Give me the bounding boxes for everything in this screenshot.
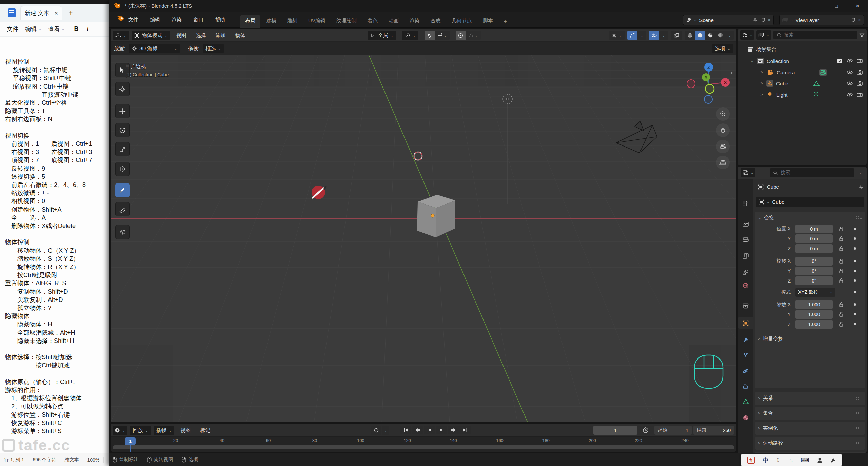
tab-world[interactable] [738,280,753,291]
snap-to-selector[interactable]: ⌄ [435,31,450,40]
rotation-mode-dropdown[interactable]: XYZ 欧拉⌄ [795,288,835,297]
tab-particles[interactable] [738,349,753,361]
animate-dot[interactable] [854,247,856,250]
gizmos-toggle[interactable] [627,31,637,40]
outliner-row-scene-collection[interactable]: 场景集合 [738,44,867,54]
breadcrumb-object-name[interactable]: Cube [767,184,779,190]
add-workspace-button[interactable]: + [499,16,512,28]
tab-uv-editing[interactable]: UV编辑 [303,15,331,28]
lock-icon[interactable] [839,268,844,273]
render-visibility-icon[interactable] [857,92,863,97]
italic-button[interactable]: I [86,25,88,33]
keying-menu[interactable]: 插帧⌄ [154,426,174,435]
tab-scene[interactable] [738,266,753,278]
transform-panel-header[interactable]: ⌄ 变换 [755,212,865,224]
light-object[interactable] [503,94,512,204]
outliner-search[interactable]: 搜索 [773,31,857,39]
viewport-canvas[interactable]: 用户透视 (1) Collection | Cube [111,55,736,422]
tab-render[interactable] [738,218,753,230]
tab-sculpting[interactable]: 雕刻 [282,15,302,28]
gizmo-x-neg[interactable] [687,80,695,88]
lock-icon[interactable] [839,226,844,231]
lock-icon[interactable] [839,302,844,307]
properties-editor-type-button[interactable]: ⌄ [741,168,755,177]
gizmo-options-button[interactable]: ⌄ [637,31,646,40]
tab-close-icon[interactable]: ✕ [54,11,58,16]
xray-toggle[interactable] [671,31,682,40]
pivot-point-selector[interactable]: ⌄ [402,31,418,40]
overlay-options-button[interactable]: ⌄ [659,31,668,40]
drag-selector[interactable]: 框选 ⌄ [203,44,223,53]
animate-dot[interactable] [854,303,856,306]
menu-edit[interactable]: 编辑 [146,15,163,25]
playback-menu[interactable]: 回放⌄ [130,426,151,435]
tab-physics[interactable] [738,365,753,377]
3d-cursor[interactable] [411,149,426,163]
collapse-arrow-icon[interactable]: ⌄ [749,59,755,63]
hide-eye-icon[interactable] [847,81,853,86]
show-hide-selector[interactable]: ⌄ [609,31,625,40]
rotation-x-field[interactable]: 0° [795,257,833,266]
lock-icon[interactable] [839,236,844,241]
drag-handle-icon[interactable] [856,441,862,445]
tool-transform[interactable] [115,162,130,176]
render-visibility-icon[interactable] [857,81,863,86]
menu-render[interactable]: 渲染 [168,15,185,25]
pan-button[interactable] [716,123,730,137]
tab-collection[interactable] [738,300,753,312]
scale-x-field[interactable]: 1.000 [795,300,833,309]
lock-icon[interactable] [839,258,844,264]
shading-material-button[interactable] [705,31,715,40]
tool-cursor[interactable] [115,82,130,96]
auto-keying-toggle[interactable] [371,426,381,435]
pin-icon[interactable] [859,184,864,190]
view-menu[interactable]: 视图 [177,426,194,435]
lock-icon[interactable] [839,312,844,317]
tab-compositing[interactable]: 合成 [426,15,446,28]
gizmo-z-neg[interactable] [704,95,712,103]
drag-handle-icon[interactable] [856,216,862,219]
maximize-button[interactable]: □ [826,0,847,12]
location-x-field[interactable]: 0 m [795,225,833,233]
tool-measure[interactable] [115,202,130,216]
animate-dot[interactable] [854,291,856,293]
next-keyframe-button[interactable] [448,426,459,434]
properties-options-button[interactable]: ⌄ [857,171,864,175]
marker-menu[interactable]: 标记 [197,426,214,435]
play-reverse-button[interactable] [424,426,435,434]
menu-file[interactable]: 文件 [125,15,142,25]
place-selector[interactable]: 3D 游标 ⌄ [129,44,180,53]
ime-punctuation-button[interactable]: °, [790,458,793,463]
ime-halfmoon-icon[interactable]: ☾ [776,457,782,464]
proportional-falloff-selector[interactable]: ⌄ [466,31,481,40]
blender-title-bar[interactable]: * (未保存) - Blender 4.5.2 LTS ─ □ ✕ [109,0,868,12]
bold-button[interactable]: B [74,25,78,33]
lock-icon[interactable] [839,246,844,251]
tab-texture-paint[interactable]: 纹理绘制 [331,15,362,28]
menu-add[interactable]: 添加 [212,31,229,40]
delta-transform-subpanel[interactable]: > 增量变换 [758,336,783,342]
rotation-z-field[interactable]: 0° [795,276,833,285]
shading-options-button[interactable]: ⌄ [726,31,734,40]
tab-object[interactable] [738,317,753,329]
animate-dot[interactable] [854,270,856,272]
outliner-display-mode-button[interactable]: ⌄ [756,30,771,40]
collections-panel[interactable]: >集合 [755,407,865,420]
editor-type-button[interactable]: ⌄ [113,31,129,40]
frame-end-field[interactable]: 结束 250 [693,426,734,435]
drag-handle-icon[interactable] [856,396,862,400]
close-button[interactable]: ✕ [847,0,868,12]
transform-orientation-selector[interactable]: 全局 ⌄ [368,31,396,40]
tab-scripting[interactable]: 脚本 [478,15,498,28]
menu-help[interactable]: 帮助 [212,15,229,25]
menu-view[interactable]: 视图 [173,31,190,40]
overlays-toggle[interactable] [649,31,659,40]
lock-icon[interactable] [839,278,844,283]
jump-to-end-button[interactable] [459,426,471,434]
jump-to-start-button[interactable] [400,426,411,434]
tab-geometry-nodes[interactable]: 几何节点 [447,15,477,28]
auto-key-options-button[interactable]: ⌄ [382,426,389,435]
tool-rotate[interactable] [115,123,130,137]
cube-object[interactable] [417,195,455,237]
camera-object[interactable] [616,121,657,153]
